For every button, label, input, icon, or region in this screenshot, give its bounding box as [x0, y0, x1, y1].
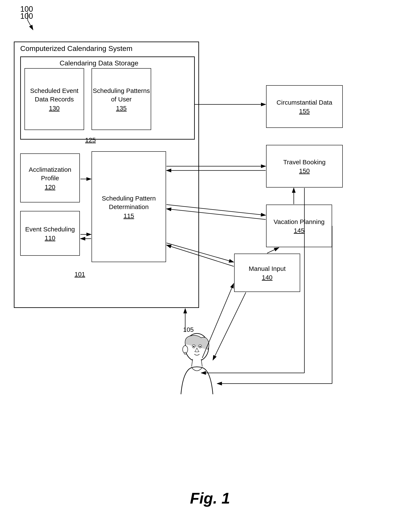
- diagram-container: 100 Computerized Calendaring System Cale…: [0, 0, 420, 524]
- acclimatization-text: Acclimatization Profile: [21, 165, 79, 183]
- vacation-num: 145: [294, 227, 304, 234]
- label-101: 101: [75, 271, 85, 278]
- scheduling-patterns-num: 135: [116, 105, 127, 112]
- spd-num: 115: [124, 212, 134, 219]
- scheduling-patterns-box: Scheduling Patterns of User 135: [92, 68, 151, 130]
- data-storage-label: Calendaring Data Storage: [60, 59, 138, 67]
- scheduled-event-num: 130: [49, 105, 60, 112]
- spd-box: Scheduling Pattern Determination 115: [92, 151, 166, 262]
- label-105: 105: [183, 326, 194, 333]
- manual-input-text: Manual Input: [249, 264, 286, 273]
- travel-text: Travel Booking: [283, 158, 326, 167]
- travel-num: 150: [299, 167, 310, 175]
- circumstantial-num: 155: [299, 108, 310, 115]
- manual-input-box: Manual Input 140: [234, 253, 300, 292]
- vacation-text: Vacation Planning: [274, 218, 325, 226]
- person-figure: [164, 332, 228, 401]
- label-125: 125: [85, 136, 96, 144]
- acclimatization-num: 120: [45, 183, 55, 191]
- manual-input-num: 140: [262, 274, 272, 281]
- svg-point-4: [200, 346, 201, 347]
- figure-label: Fig. 1: [190, 489, 230, 507]
- svg-point-6: [184, 352, 186, 354]
- vacation-box: Vacation Planning 145: [266, 205, 332, 247]
- svg-rect-7: [193, 359, 201, 367]
- scheduled-event-text: Scheduled Event Data Records: [25, 87, 84, 104]
- scheduling-patterns-text: Scheduling Patterns of User: [92, 87, 151, 104]
- event-scheduling-box: Event Scheduling 110: [20, 211, 80, 256]
- ref-100: 100: [20, 12, 33, 21]
- circumstantial-text: Circumstantial Data: [277, 98, 332, 107]
- spd-text: Scheduling Pattern Determination: [92, 194, 166, 211]
- event-scheduling-num: 110: [45, 234, 55, 242]
- main-system-label: Computerized Calendaring System: [20, 44, 132, 53]
- acclimatization-box: Acclimatization Profile 120: [20, 153, 80, 202]
- circumstantial-box: Circumstantial Data 155: [266, 85, 343, 128]
- svg-point-3: [193, 346, 194, 347]
- svg-line-24: [267, 248, 279, 253]
- scheduled-event-box: Scheduled Event Data Records 130: [25, 68, 84, 130]
- event-scheduling-text: Event Scheduling: [25, 225, 75, 234]
- travel-box: Travel Booking 150: [266, 145, 343, 188]
